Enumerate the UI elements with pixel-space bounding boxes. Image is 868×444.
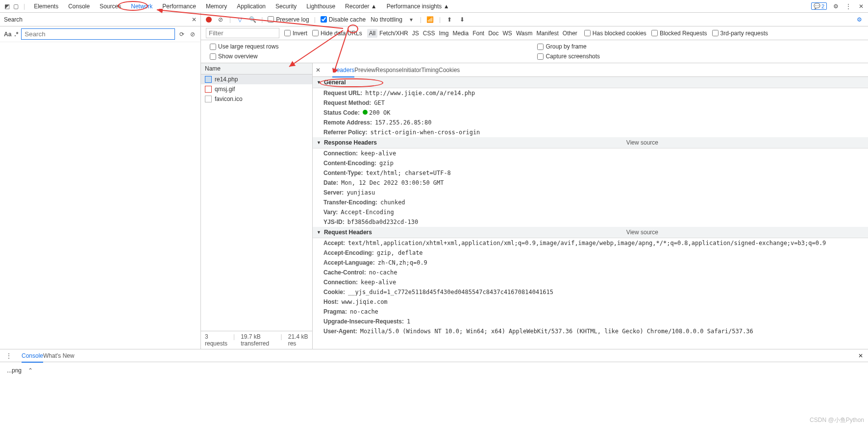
drawer-tab-what-s-new[interactable]: What's New [43,350,74,362]
search-close-icon[interactable]: ✕ [192,16,197,23]
header-value: keep-alive [361,279,396,286]
regex-icon[interactable]: .* [14,31,18,38]
request-item[interactable]: re14.php [201,74,312,84]
tab-application[interactable]: Application [232,1,271,12]
header-value: http://www.jiqie.com/a/re14.php [365,90,475,97]
tab-performance-insights-[interactable]: Performance insights ▲ [382,1,454,12]
record-icon[interactable] [206,17,212,23]
detail-tab-preview[interactable]: Preview [354,64,375,76]
detail-tab-initiator[interactable]: Initiator [402,64,421,76]
view-source-link[interactable]: View source [626,229,658,236]
clear-icon[interactable]: ⊘ [217,16,224,23]
section-header[interactable]: ▼Request HeadersView source [313,227,868,238]
issues-badge[interactable]: 💬2 [811,2,827,10]
section-header[interactable]: ▼General [313,77,868,88]
tab-lighthouse[interactable]: Lighthouse [301,1,340,12]
chevron-down-icon[interactable]: ▾ [407,16,415,23]
group-by-frame-checkbox[interactable]: Group by frame [533,43,600,50]
blocked-requests-checkbox[interactable]: Blocked Requests [651,30,707,37]
detail-tab-cookies[interactable]: Cookies [439,64,460,76]
file-icon [205,76,212,83]
device-toggle-icon[interactable]: ▢ [12,2,20,10]
file-icon [205,96,212,102]
third-party-checkbox[interactable]: 3rd-party requests [712,30,768,37]
tab-recorder-[interactable]: Recorder ▲ [340,1,382,12]
download-icon[interactable]: ⬇ [458,16,466,23]
filter-type-font[interactable]: Font [471,29,486,38]
gear-icon[interactable]: ⚙ [832,2,840,10]
preserve-log-checkbox[interactable]: Preserve log [268,16,309,23]
inspect-icon[interactable]: ◩ [3,2,11,10]
tab-security[interactable]: Security [271,1,301,12]
filter-type-media[interactable]: Media [450,29,471,38]
tab-elements[interactable]: Elements [29,1,63,12]
filter-type-wasm[interactable]: Wasm [514,29,535,38]
drawer-close-icon[interactable]: ✕ [858,352,863,359]
section-title: Request Headers [324,229,372,236]
header-key: Status Code: [323,109,360,116]
section-title: General [324,79,346,86]
match-case-icon[interactable]: Aa [4,31,11,38]
header-row: Connection:keep-alive [313,148,868,158]
search-input[interactable] [21,28,175,40]
filter-type-css[interactable]: CSS [421,29,437,38]
header-row: Request Method:GET [313,98,868,108]
header-value: 157.255.26.85:80 [375,119,432,126]
status-bar: 3 requests | 19.7 kB transferred | 21.4 … [201,331,312,349]
view-source-link[interactable]: View source [626,139,658,146]
filter-type-other[interactable]: Other [561,29,579,38]
filter-input[interactable] [206,28,279,38]
filter-type-js[interactable]: JS [410,29,421,38]
tab-sources[interactable]: Sources [95,1,126,12]
hide-data-urls-checkbox[interactable]: Hide data URLs [312,30,362,37]
header-value: gzip, deflate [377,249,423,256]
section-header[interactable]: ▼Response HeadersView source [313,137,868,148]
request-list-header[interactable]: Name [201,63,312,74]
upload-icon[interactable]: ⬆ [446,16,453,23]
show-overview-checkbox[interactable]: Show overview [206,53,278,60]
filter-type-fetchxhr[interactable]: Fetch/XHR [377,29,410,38]
disable-cache-checkbox[interactable]: Disable cache [321,16,366,23]
tab-network[interactable]: Network [126,1,157,12]
close-icon[interactable]: ✕ [857,2,865,10]
search-title: Search [4,16,192,23]
header-value: Mon, 12 Dec 2022 03:00:50 GMT [341,179,444,186]
invert-checkbox[interactable]: Invert [284,30,307,37]
detail-tab-headers[interactable]: Headers [332,64,354,77]
header-value: GET [374,99,385,106]
chevron-up-icon[interactable]: ⌃ [26,367,34,374]
tab-console[interactable]: Console [63,1,95,12]
detail-tabs: ✕ HeadersPreviewResponseInitiatorTimingC… [313,63,868,77]
request-item[interactable]: qmsj.gif [201,84,312,94]
detail-tab-timing[interactable]: Timing [421,64,439,76]
header-key: Accept: [323,240,345,247]
tab-performance[interactable]: Performance [157,1,201,12]
header-key: Cache-Control: [323,269,366,276]
drawer-tab-console[interactable]: Console [22,350,43,363]
request-item[interactable]: favicon.ico [201,94,312,104]
capture-screenshots-checkbox[interactable]: Capture screenshots [533,53,600,60]
request-name: qmsj.gif [215,86,235,93]
download-file[interactable]: ...png [7,367,22,374]
tab-memory[interactable]: Memory [201,1,232,12]
header-value: Accept-Encoding [341,209,394,216]
filter-type-manifest[interactable]: Manifest [534,29,560,38]
header-row: Request URL:http://www.jiqie.com/a/re14.… [313,88,868,98]
wifi-icon[interactable]: 📶 [426,16,434,23]
throttling-select[interactable]: No throttling [371,16,402,23]
filter-type-all[interactable]: All [367,29,377,38]
refresh-icon[interactable]: ⟳ [178,31,186,38]
filter-type-doc[interactable]: Doc [486,29,500,38]
search-icon[interactable]: 🔍 [248,16,256,23]
detail-tab-response[interactable]: Response [375,64,402,76]
drawer-more-icon[interactable]: ⋮ [5,352,13,359]
filter-icon[interactable]: ▽ [236,16,244,23]
detail-close-icon[interactable]: ✕ [316,67,321,74]
settings-gear-icon[interactable]: ⚙ [855,16,863,23]
clear-icon[interactable]: ⊘ [189,31,197,38]
more-icon[interactable]: ⋮ [844,2,852,10]
has-blocked-cookies-checkbox[interactable]: Has blocked cookies [584,30,646,37]
large-rows-checkbox[interactable]: Use large request rows [206,43,278,50]
filter-type-img[interactable]: Img [437,29,450,38]
filter-type-ws[interactable]: WS [501,29,514,38]
